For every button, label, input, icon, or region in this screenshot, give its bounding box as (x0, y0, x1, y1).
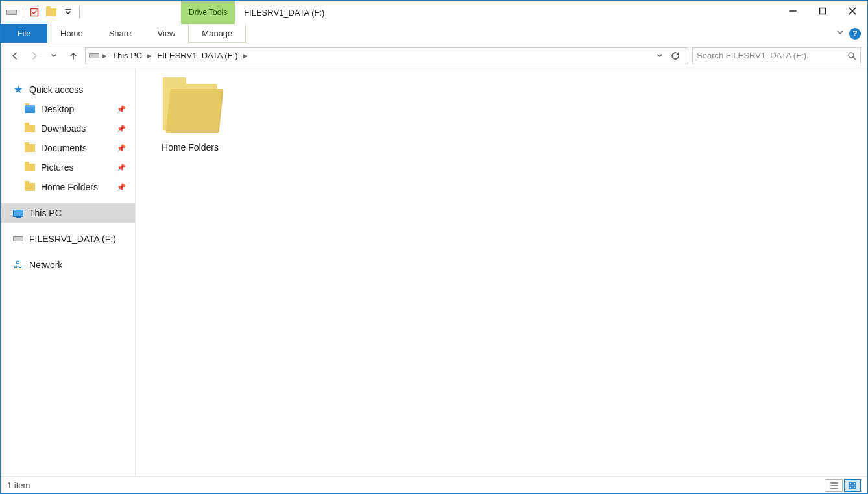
ribbon: File Home Share View Manage ? (1, 24, 867, 43)
chevron-right-icon[interactable]: ▶ (243, 53, 248, 59)
sidebar-item-documents[interactable]: Documents 📌 (1, 138, 135, 158)
content-pane[interactable]: Home Folders (136, 68, 867, 476)
ribbon-tab-home[interactable]: Home (47, 24, 96, 43)
desktop-icon (24, 103, 36, 115)
folder-icon (24, 181, 36, 193)
network-icon: 🖧 (12, 259, 24, 271)
pin-icon: 📌 (117, 144, 126, 153)
sidebar-label: FILESRV1_DATA (F:) (29, 234, 116, 244)
sidebar-item-downloads[interactable]: Downloads 📌 (1, 119, 135, 138)
quick-access-toolbar (1, 1, 85, 24)
titlebar: Drive Tools FILESRV1_DATA (F:) (1, 1, 867, 24)
sidebar-item-label: Documents (41, 143, 87, 153)
sidebar-item-desktop[interactable]: Desktop 📌 (1, 99, 135, 119)
sidebar-item-label: Home Folders (41, 182, 98, 192)
sidebar-this-pc[interactable]: This PC (1, 203, 135, 223)
pin-icon: 📌 (117, 164, 126, 172)
star-icon: ★ (12, 84, 24, 95)
sidebar-item-home-folders[interactable]: Home Folders 📌 (1, 177, 135, 197)
properties-icon[interactable] (27, 5, 42, 19)
recent-locations-button[interactable] (46, 48, 62, 64)
close-button[interactable] (838, 1, 867, 21)
drive-icon (5, 5, 19, 19)
sidebar-item-label: Desktop (41, 104, 74, 114)
ribbon-tab-share[interactable]: Share (96, 24, 145, 43)
window-controls (778, 1, 867, 24)
back-button[interactable] (7, 48, 23, 64)
downloads-icon (24, 123, 36, 134)
navigation-pane: ★ Quick access Desktop 📌 Downloads 📌 Doc… (1, 68, 136, 476)
main-area: ★ Quick access Desktop 📌 Downloads 📌 Doc… (1, 68, 867, 476)
separator (79, 6, 80, 18)
file-item-home-folders[interactable]: Home Folders (154, 84, 226, 153)
window-title: FILESRV1_DATA (F:) (235, 1, 333, 24)
sidebar-quick-access[interactable]: ★ Quick access (1, 80, 135, 99)
ribbon-tab-view[interactable]: View (144, 24, 188, 43)
sidebar-label: Network (29, 260, 62, 270)
sidebar-label: Quick access (29, 84, 83, 95)
minimize-button[interactable] (778, 1, 808, 21)
separator (23, 6, 23, 18)
monitor-icon (12, 207, 24, 219)
sidebar-item-label: Pictures (41, 162, 74, 173)
maximize-button[interactable] (808, 1, 838, 21)
search-icon (847, 51, 856, 60)
pin-icon: 📌 (117, 183, 126, 191)
help-icon[interactable]: ? (849, 28, 861, 40)
breadcrumb-current[interactable]: FILESRV1_DATA (F:) (154, 51, 240, 60)
file-item-label: Home Folders (162, 142, 219, 153)
address-dropdown-icon[interactable] (653, 49, 667, 63)
svg-rect-6 (853, 486, 856, 489)
qat-dropdown-icon[interactable] (61, 5, 75, 19)
details-view-button[interactable] (826, 479, 843, 492)
search-box[interactable] (692, 47, 861, 64)
sidebar-item-pictures[interactable]: Pictures 📌 (1, 158, 135, 177)
chevron-right-icon[interactable]: ▶ (147, 53, 152, 59)
contextual-tab-drive-tools[interactable]: Drive Tools (181, 1, 235, 24)
drive-icon (12, 233, 24, 245)
navigation-bar: ▶ This PC ▶ FILESRV1_DATA (F:) ▶ (1, 43, 867, 68)
forward-button[interactable] (27, 48, 42, 64)
ribbon-tab-file[interactable]: File (1, 24, 47, 43)
sidebar-drive[interactable]: FILESRV1_DATA (F:) (1, 229, 135, 249)
pin-icon: 📌 (117, 105, 126, 114)
status-item-count: 1 item (7, 480, 30, 490)
svg-rect-4 (853, 482, 856, 485)
svg-rect-1 (820, 8, 826, 14)
pictures-icon (24, 162, 36, 173)
address-bar[interactable]: ▶ This PC ▶ FILESRV1_DATA (F:) ▶ (85, 47, 688, 64)
ribbon-tab-manage[interactable]: Manage (188, 24, 246, 43)
drive-icon (88, 50, 100, 62)
folder-icon (163, 84, 217, 130)
up-button[interactable] (66, 48, 81, 64)
svg-rect-5 (849, 486, 852, 489)
sidebar-label: This PC (29, 208, 62, 218)
status-bar: 1 item (1, 476, 867, 493)
icons-view-button[interactable] (844, 479, 861, 492)
sidebar-item-label: Downloads (41, 123, 86, 134)
refresh-icon[interactable] (668, 49, 682, 63)
pin-icon: 📌 (117, 125, 126, 133)
breadcrumb-this-pc[interactable]: This PC (110, 51, 145, 60)
ribbon-expand-icon[interactable] (836, 29, 844, 38)
chevron-right-icon[interactable]: ▶ (102, 53, 107, 59)
documents-icon (24, 142, 36, 154)
sidebar-network[interactable]: 🖧 Network (1, 255, 135, 275)
svg-rect-3 (849, 482, 852, 485)
search-input[interactable] (697, 51, 847, 60)
new-folder-icon[interactable] (44, 5, 58, 19)
